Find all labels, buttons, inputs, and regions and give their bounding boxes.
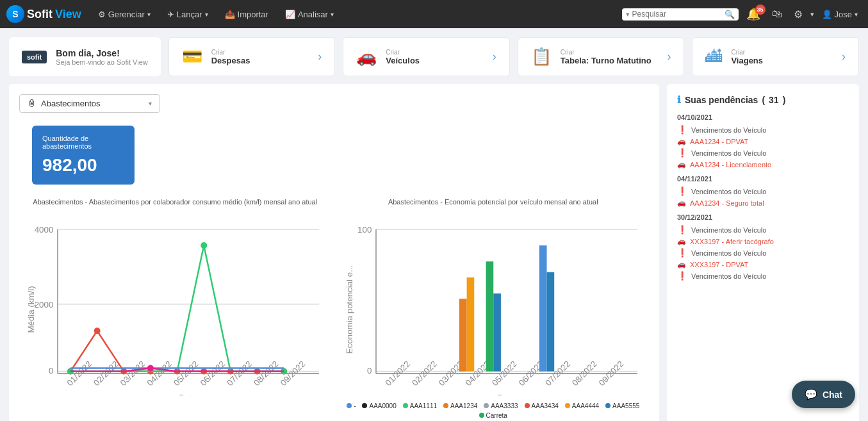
date-label-1: 04/10/2021 <box>677 113 849 121</box>
logo-soft: Sofit <box>27 8 53 21</box>
pending-item-1-1-sub: 🚗 AAA1234 - DPVAT <box>677 137 849 145</box>
viagens-icon: 🏙 <box>705 47 722 67</box>
pending-count: ( <box>762 95 765 105</box>
svg-rect-54 <box>546 272 554 372</box>
turno-text: Criar Tabela: Turno Matutino <box>561 49 659 65</box>
nav-analisar-label: Analisar <box>298 10 328 19</box>
svg-rect-49 <box>459 299 466 372</box>
gerenciar-icon: ⚙ <box>98 10 106 19</box>
pending-item-3-2: ❗ Vencimentos do Veículo <box>677 248 849 258</box>
app-logo[interactable]: S SofitView <box>6 5 81 23</box>
legend-item-aaa4444: AAA4444 <box>565 402 599 409</box>
legend-dot-aaa3434 <box>525 403 530 408</box>
car-icon-4: 🚗 <box>677 237 686 245</box>
user-menu[interactable]: 👤 Jose ▾ <box>818 10 862 19</box>
legend-dot-aaa4444 <box>565 403 570 408</box>
action-card-viagens[interactable]: 🏙 Criar Viagens › <box>692 37 859 76</box>
search-bar: ▾ 🔍 <box>622 8 739 21</box>
action-card-despesas[interactable]: 💳 Criar Despesas › <box>168 37 336 76</box>
chart1-svg: 4000 2000 0 Média (km/l) 01/202 <box>26 213 325 395</box>
chat-label: Chat <box>823 390 842 400</box>
legend-item-dash: - <box>347 402 356 409</box>
svg-text:2000: 2000 <box>35 300 54 310</box>
turno-title: Tabela: Turno Matutino <box>561 56 659 65</box>
chart-dropdown[interactable]: 🛢 Abastecimentos ▾ <box>19 94 160 113</box>
chart1-container: Abastecimentos - Abastecimentos por cola… <box>26 197 325 419</box>
settings-dropdown[interactable]: ▾ <box>810 10 814 19</box>
nav-lancar-label: Lançar <box>177 10 202 19</box>
legend-label-aaa3333: AAA3333 <box>491 402 518 409</box>
turno-icon: 📋 <box>531 47 552 67</box>
nav-analisar[interactable]: 📈 Analisar ▾ <box>279 0 340 28</box>
legend-label-carreta: Carreta <box>486 412 507 419</box>
user-name: Jose <box>835 10 852 19</box>
legend-dot-aaa1111 <box>403 403 408 408</box>
pending-item-1-2: ❗ Vencimentos do Veículo <box>677 148 849 158</box>
dropdown-arrow-icon: ▾ <box>149 100 152 107</box>
pending-text-1-2: Vencimentos do Veículo <box>691 149 766 157</box>
chart-legend: - AAA0000 AAA1111 AAA1234 <box>344 402 643 419</box>
veiculos-arrow-icon: › <box>493 50 496 63</box>
legend-item-aaa1111: AAA1111 <box>403 402 437 409</box>
logo-icon: S <box>6 5 24 23</box>
action-card-veiculos[interactable]: 🚗 Criar Veículos › <box>343 37 510 76</box>
nav-importar[interactable]: 📤 Importar <box>218 0 275 28</box>
chart2-container: Abastecimentos - Economia potencial por … <box>344 197 643 419</box>
stat-label: Quantidade de abastecimentos <box>42 135 124 150</box>
search-input[interactable] <box>632 10 722 19</box>
pending-item-1-2-sub: 🚗 AAA1234 - Licenciamento <box>677 160 849 169</box>
nav-gerenciar[interactable]: ⚙ Gerenciar ▾ <box>92 0 157 28</box>
bag-icon[interactable]: 🛍 <box>768 8 786 20</box>
nav-lancar[interactable]: ✈ Lançar ▾ <box>161 0 215 28</box>
pending-sub-1-1: AAA1234 - DPVAT <box>690 138 748 145</box>
info-icon: ℹ <box>677 94 681 106</box>
date-label-2: 04/11/2021 <box>677 175 849 183</box>
warning-icon-3: ❗ <box>677 186 687 196</box>
pending-title: Suas pendências <box>685 95 758 105</box>
svg-rect-51 <box>486 261 493 372</box>
svg-text:100: 100 <box>357 225 372 235</box>
search-icon[interactable]: 🔍 <box>725 10 735 19</box>
chart2-title: Abastecimentos - Economia potencial por … <box>344 197 643 207</box>
legend-dot-carreta <box>479 413 484 418</box>
action-card-turno[interactable]: 📋 Criar Tabela: Turno Matutino › <box>518 37 685 76</box>
pending-text-2-1: Vencimentos do Veículo <box>691 188 766 195</box>
car-icon-3: 🚗 <box>677 199 686 207</box>
warning-icon-6: ❗ <box>677 271 687 281</box>
settings-icon[interactable]: ⚙ <box>790 8 807 21</box>
legend-label-aaa5555: AAA5555 <box>612 402 639 409</box>
legend-item-aaa1234: AAA1234 <box>443 402 477 409</box>
despesas-arrow-icon: › <box>318 50 322 63</box>
abastecimentos-icon: 🛢 <box>28 99 36 108</box>
legend-dot-aaa5555 <box>605 403 610 408</box>
chat-button[interactable]: 💬 Chat <box>792 381 855 408</box>
nav-importar-label: Importar <box>238 10 268 19</box>
viagens-label: Criar <box>731 49 833 56</box>
pending-item-1-1: ❗ Vencimentos do Veículo <box>677 125 849 135</box>
legend-dot-aaa3333 <box>484 403 489 408</box>
pending-text-3-1: Vencimentos do Veículo <box>691 226 766 234</box>
sofit-logo: sofit <box>22 51 47 63</box>
logo-view: View <box>55 8 81 21</box>
svg-text:0: 0 <box>49 366 53 376</box>
svg-point-20 <box>94 328 101 334</box>
legend-label-aaa0000: AAA0000 <box>369 402 396 409</box>
search-dropdown-icon[interactable]: ▾ <box>626 10 630 19</box>
viagens-text: Criar Viagens <box>731 49 833 65</box>
pending-group-3: 30/12/2021 ❗ Vencimentos do Veículo 🚗 XX… <box>677 213 849 281</box>
nav-gerenciar-label: Gerenciar <box>108 10 145 19</box>
despesas-text: Criar Despesas <box>211 49 309 65</box>
legend-label-aaa3434: AAA3434 <box>532 402 559 409</box>
user-icon: 👤 <box>822 10 832 19</box>
legend-label-dash: - <box>354 402 356 409</box>
legend-item-aaa3434: AAA3434 <box>525 402 559 409</box>
main-content: sofit Bom dia, Jose! Seja bem-vindo ao S… <box>0 28 868 421</box>
importar-icon: 📤 <box>225 10 235 19</box>
warning-icon-4: ❗ <box>677 225 687 235</box>
pending-text-3-2: Vencimentos do Veículo <box>691 249 766 257</box>
despesas-label: Criar <box>211 49 309 56</box>
notification-button[interactable]: 🔔 35 <box>742 7 764 21</box>
veiculos-text: Criar Veículos <box>386 49 484 65</box>
svg-text:Média (km/l): Média (km/l) <box>26 286 36 333</box>
pending-sub-3-2: XXX3197 - DPVAT <box>690 261 748 268</box>
